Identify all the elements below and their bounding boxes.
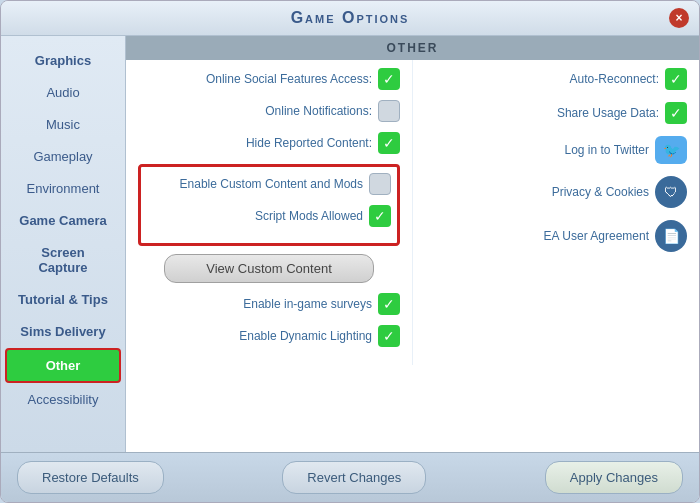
online-social-row: Online Social Features Access: ✓	[138, 68, 400, 90]
enable-surveys-check[interactable]: ✓	[378, 293, 400, 315]
twitter-button[interactable]: 🐦	[655, 136, 687, 164]
window-title: Game Options	[291, 9, 410, 26]
twitter-row: Log in to Twitter 🐦	[425, 136, 687, 164]
share-usage-row: Share Usage Data: ✓	[425, 102, 687, 124]
sidebar-item-gameplay[interactable]: Gameplay	[5, 141, 121, 172]
share-usage-check[interactable]: ✓	[665, 102, 687, 124]
online-notif-check[interactable]	[378, 100, 400, 122]
privacy-row: Privacy & Cookies 🛡	[425, 176, 687, 208]
enable-surveys-label: Enable in-game surveys	[138, 297, 372, 311]
share-usage-label: Share Usage Data:	[557, 106, 659, 120]
auto-reconnect-row: Auto-Reconnect: ✓	[425, 68, 687, 90]
sidebar-item-sims-delivery[interactable]: Sims Delivery	[5, 316, 121, 347]
ea-agreement-row: EA User Agreement 📄	[425, 220, 687, 252]
close-button[interactable]: ×	[669, 8, 689, 28]
script-mods-row: Script Mods Allowed ✓	[147, 205, 391, 227]
hide-reported-row: Hide Reported Content: ✓	[138, 132, 400, 154]
online-social-check[interactable]: ✓	[378, 68, 400, 90]
view-custom-content-button[interactable]: View Custom Content	[164, 254, 374, 283]
enable-dynamic-row: Enable Dynamic Lighting ✓	[138, 325, 400, 347]
hide-reported-check[interactable]: ✓	[378, 132, 400, 154]
privacy-button[interactable]: 🛡	[655, 176, 687, 208]
ea-agreement-label: EA User Agreement	[544, 229, 649, 243]
enable-custom-row: Enable Custom Content and Mods	[147, 173, 391, 195]
online-notif-row: Online Notifications:	[138, 100, 400, 122]
online-social-label: Online Social Features Access:	[138, 72, 372, 86]
restore-defaults-button[interactable]: Restore Defaults	[17, 461, 164, 494]
content-area: Other Online Social Features Access: ✓ O…	[126, 36, 699, 452]
sidebar-item-graphics[interactable]: Graphics	[5, 45, 121, 76]
script-mods-check[interactable]: ✓	[369, 205, 391, 227]
sidebar-item-music[interactable]: Music	[5, 109, 121, 140]
main-content: Graphics Audio Music Gameplay Environmen…	[1, 36, 699, 452]
enable-custom-check[interactable]	[369, 173, 391, 195]
online-notif-label: Online Notifications:	[138, 104, 372, 118]
hide-reported-label: Hide Reported Content:	[138, 136, 372, 150]
sidebar-item-accessibility[interactable]: Accessibility	[5, 384, 121, 415]
enable-custom-label: Enable Custom Content and Mods	[147, 177, 363, 191]
sidebar-item-environment[interactable]: Environment	[5, 173, 121, 204]
auto-reconnect-check[interactable]: ✓	[665, 68, 687, 90]
apply-changes-button[interactable]: Apply Changes	[545, 461, 683, 494]
left-column: Online Social Features Access: ✓ Online …	[126, 60, 412, 365]
custom-content-highlight-box: Enable Custom Content and Mods Script Mo…	[138, 164, 400, 246]
sidebar: Graphics Audio Music Gameplay Environmen…	[1, 36, 126, 452]
enable-surveys-row: Enable in-game surveys ✓	[138, 293, 400, 315]
enable-dynamic-label: Enable Dynamic Lighting	[138, 329, 372, 343]
title-bar: Game Options ×	[1, 1, 699, 36]
settings-columns: Online Social Features Access: ✓ Online …	[126, 60, 699, 365]
sidebar-item-game-camera[interactable]: Game Camera	[5, 205, 121, 236]
sidebar-item-audio[interactable]: Audio	[5, 77, 121, 108]
auto-reconnect-label: Auto-Reconnect:	[570, 72, 659, 86]
section-header: Other	[126, 36, 699, 60]
right-column: Auto-Reconnect: ✓ Share Usage Data: ✓ Lo…	[412, 60, 699, 365]
footer-bar: Restore Defaults Revert Changes Apply Ch…	[1, 452, 699, 502]
ea-agreement-button[interactable]: 📄	[655, 220, 687, 252]
script-mods-label: Script Mods Allowed	[147, 209, 363, 223]
privacy-label: Privacy & Cookies	[552, 185, 649, 199]
sidebar-item-tutorial-tips[interactable]: Tutorial & Tips	[5, 284, 121, 315]
game-options-window: Game Options × Graphics Audio Music Game…	[0, 0, 700, 503]
sidebar-item-screen-capture[interactable]: Screen Capture	[5, 237, 121, 283]
enable-dynamic-check[interactable]: ✓	[378, 325, 400, 347]
twitter-label: Log in to Twitter	[565, 143, 650, 157]
sidebar-item-other[interactable]: Other	[5, 348, 121, 383]
revert-changes-button[interactable]: Revert Changes	[282, 461, 426, 494]
